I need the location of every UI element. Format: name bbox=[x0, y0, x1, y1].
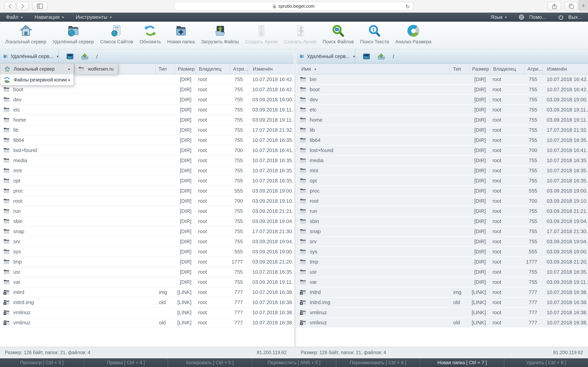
table-row[interactable]: proc [DIR] root 555 03.09.2018 19:00... bbox=[0, 186, 294, 196]
table-row[interactable]: usr [DIR] root 755 10.07.2018 16:35... bbox=[0, 267, 294, 277]
column-header-attrs[interactable]: Атри... bbox=[230, 64, 248, 74]
table-row[interactable]: dev [DIR] root 755 03.09.2018 19:00... bbox=[296, 95, 588, 105]
table-row[interactable]: home [DIR] root 755 03.09.2018 19:11... bbox=[296, 115, 588, 125]
table-row[interactable]: srv [DIR] root 755 03.09.2018 19:04... bbox=[0, 237, 294, 247]
table-row[interactable]: opt [DIR] root 755 10.07.2018 16:35... bbox=[0, 176, 294, 186]
browser-sidebar-button[interactable] bbox=[32, 2, 48, 10]
view-button[interactable]: Просмотр [ Ctrl + 3 ] bbox=[0, 358, 84, 367]
menu-language[interactable]: Язык▾ bbox=[485, 14, 513, 20]
table-row[interactable]: mnt [DIR] root 755 10.07.2018 16:35... bbox=[0, 166, 294, 176]
table-row[interactable]: var [DIR] root 755 03.09.2018 19:11... bbox=[296, 277, 588, 287]
table-row[interactable]: var [DIR] root 755 03.09.2018 19:11... bbox=[0, 277, 294, 287]
source-selector[interactable]: Удалённый серв... ▾ bbox=[0, 49, 59, 63]
upload-files-button[interactable]: Загрузить Файлы bbox=[198, 22, 242, 44]
browser-address-bar[interactable]: sprutio.beget.com ↻ bbox=[174, 2, 413, 10]
table-row[interactable]: opt [DIR] root 755 10.07.2018 16:35... bbox=[296, 176, 588, 186]
table-row[interactable]: initrd.img old [LINK] root 777 10.07.201… bbox=[296, 297, 588, 308]
column-header-modified[interactable]: Изменён bbox=[248, 64, 294, 74]
table-row[interactable]: vmlinuz old [LINK] root 777 10.07.2018 1… bbox=[0, 318, 294, 328]
column-header-type[interactable]: Тип bbox=[450, 64, 469, 74]
table-row[interactable]: bin [DIR] root 755 10.07.2018 16:42... bbox=[296, 75, 588, 84]
edit-button[interactable]: Правка [ Ctrl + 4 ] bbox=[84, 358, 168, 367]
table-row[interactable]: lib [DIR] root 755 17.07.2018 21:32... bbox=[296, 125, 588, 135]
table-row[interactable]: etc [DIR] root 755 03.09.2018 19:11... bbox=[296, 105, 588, 115]
search-text-button[interactable]: T Поиск Текста bbox=[357, 22, 392, 44]
table-row[interactable]: dev [DIR] root 755 03.09.2018 19:00... bbox=[0, 95, 294, 105]
site-list-button[interactable]: Список Сайтов bbox=[97, 22, 137, 44]
table-row[interactable]: mnt [DIR] root 755 10.07.2018 16:35... bbox=[296, 166, 588, 176]
table-row[interactable]: srv [DIR] root 755 03.09.2018 19:04... bbox=[296, 237, 588, 247]
table-row[interactable]: lib64 [DIR] root 755 10.07.2018 16:35... bbox=[296, 135, 588, 145]
column-header-type[interactable]: Тип bbox=[156, 64, 175, 74]
table-row[interactable]: media [DIR] root 755 10.07.2018 16:35... bbox=[296, 156, 588, 166]
table-row[interactable]: sbin [DIR] root 755 03.09.2018 19:04... bbox=[0, 216, 294, 226]
table-row[interactable]: sys [DIR] root 555 03.09.2018 19:00... bbox=[296, 247, 588, 257]
browser-share-button[interactable] bbox=[547, 2, 561, 10]
go-up-button[interactable] bbox=[81, 53, 88, 59]
menu-item-local-server[interactable]: Локальный сервер ▸ bbox=[0, 64, 73, 75]
menu-navigation[interactable]: Навигация▾ bbox=[28, 13, 70, 22]
table-row[interactable]: lost+found [DIR] root 700 10.07.2018 16:… bbox=[0, 145, 294, 156]
new-folder-button[interactable]: Новая папка [ Ctrl + 7 ] bbox=[420, 358, 504, 367]
disk-root-button[interactable] bbox=[363, 53, 370, 59]
refresh-button[interactable]: Обновить bbox=[136, 22, 164, 44]
column-header-owner[interactable]: Владелец bbox=[196, 64, 230, 74]
table-row[interactable]: boot [DIR] root 755 10.07.2018 16:42... bbox=[0, 84, 294, 95]
table-row[interactable]: snap [DIR] root 755 17.07.2018 21:30... bbox=[0, 226, 294, 237]
table-row[interactable]: snap [DIR] root 755 17.07.2018 21:30... bbox=[296, 226, 588, 237]
move-button[interactable]: Переместить [ Shift + 5 ] bbox=[252, 358, 336, 367]
column-header-name[interactable]: Имя▲ bbox=[296, 66, 450, 72]
table-row[interactable]: initrd img [LINK] root 777 10.07.2018 16… bbox=[0, 287, 294, 297]
source-selector[interactable]: Удалённый серв... ▾ bbox=[296, 49, 355, 63]
table-row[interactable]: vmlinuz old [LINK] root 777 10.07.2018 1… bbox=[296, 318, 588, 328]
table-row[interactable]: initrd img [LINK] root 777 10.07.2018 16… bbox=[296, 287, 588, 297]
table-row[interactable]: media [DIR] root 755 10.07.2018 16:35... bbox=[0, 156, 294, 166]
table-row[interactable]: lib [DIR] root 755 17.07.2018 21:32... bbox=[0, 125, 294, 135]
table-row[interactable]: root [DIR] root 700 03.09.2018 19:10... bbox=[296, 196, 588, 206]
table-row[interactable]: vmlinuz [LINK] root 777 10.07.2018 16:38… bbox=[296, 308, 588, 318]
table-row[interactable]: tmp [DIR] root 1777 03.09.2018 21:20... bbox=[296, 257, 588, 267]
table-row[interactable]: root [DIR] root 700 03.09.2018 19:10... bbox=[0, 196, 294, 206]
new-tab-button[interactable]: + bbox=[579, 0, 588, 12]
new-folder-button[interactable]: Новая папка bbox=[164, 22, 198, 44]
table-row[interactable]: boot [DIR] root 755 10.07.2018 16:42... bbox=[296, 84, 588, 95]
reload-icon[interactable]: ↻ bbox=[406, 3, 410, 10]
table-row[interactable]: usr [DIR] root 755 10.07.2018 16:35... bbox=[296, 267, 588, 277]
table-row[interactable]: run [DIR] root 755 03.09.2018 21:21... bbox=[0, 206, 294, 216]
table-row[interactable]: proc [DIR] root 555 03.09.2018 19:00... bbox=[296, 186, 588, 196]
menu-item-backup-files[interactable]: Файлы резервной копии ▸ bbox=[0, 75, 73, 85]
create-archive-button[interactable]: Создать Архив bbox=[242, 22, 281, 44]
column-header-size[interactable]: Размер bbox=[469, 64, 490, 74]
submenu-item-wolfersen[interactable]: wolfersen.ru bbox=[88, 66, 118, 71]
column-header-owner[interactable]: Владелец bbox=[490, 64, 524, 74]
table-row[interactable]: etc [DIR] root 755 03.09.2018 19:11... bbox=[0, 105, 294, 115]
menu-help[interactable]: Помо... bbox=[513, 14, 552, 20]
table-row[interactable]: home [DIR] root 755 03.09.2018 19:11... bbox=[0, 115, 294, 125]
size-analysis-button[interactable]: Анализ Размера bbox=[392, 22, 434, 44]
browser-back-button[interactable] bbox=[4, 2, 16, 10]
download-archive-button[interactable]: ZIP Скачать Архив bbox=[281, 22, 319, 44]
table-row[interactable]: initrd.img old [LINK] root 777 10.07.201… bbox=[0, 297, 294, 308]
table-row[interactable]: vmlinuz [LINK] root 777 10.07.2018 16:38… bbox=[0, 308, 294, 318]
go-up-button[interactable] bbox=[378, 53, 385, 59]
table-row[interactable]: tmp [DIR] root 1777 03.09.2018 21:20... bbox=[0, 257, 294, 267]
column-header-modified[interactable]: Изменён bbox=[542, 64, 588, 74]
column-header-size[interactable]: Размер bbox=[175, 64, 196, 74]
local-server-button[interactable]: Локальный сервер bbox=[2, 22, 50, 44]
column-header-attrs[interactable]: Атри... bbox=[524, 64, 542, 74]
table-row[interactable]: run [DIR] root 755 03.09.2018 21:21... bbox=[296, 206, 588, 216]
disk-root-button[interactable] bbox=[67, 53, 73, 59]
remote-server-button[interactable]: Удалённый сервер bbox=[50, 22, 97, 44]
search-files-button[interactable]: Поиск Файлов bbox=[320, 22, 357, 44]
browser-forward-button[interactable] bbox=[17, 2, 29, 10]
table-row[interactable]: lib64 [DIR] root 755 10.07.2018 16:35... bbox=[0, 135, 294, 145]
menu-file[interactable]: Файл▾ bbox=[0, 13, 28, 22]
browser-tabs-button[interactable] bbox=[564, 2, 578, 10]
delete-button[interactable]: Удалить [ Ctrl + 8 ] bbox=[504, 358, 588, 367]
pane-divider[interactable] bbox=[294, 49, 296, 347]
table-row[interactable]: lost+found [DIR] root 700 10.07.2018 16:… bbox=[296, 145, 588, 156]
table-row[interactable]: sys [DIR] root 555 03.09.2018 19:00... bbox=[0, 247, 294, 257]
menu-logout[interactable]: Вых... bbox=[552, 14, 588, 20]
copy-button[interactable]: Копировать [ Ctrl + 5 ] bbox=[168, 358, 252, 367]
table-row[interactable]: sbin [DIR] root 755 03.09.2018 19:04... bbox=[296, 216, 588, 226]
